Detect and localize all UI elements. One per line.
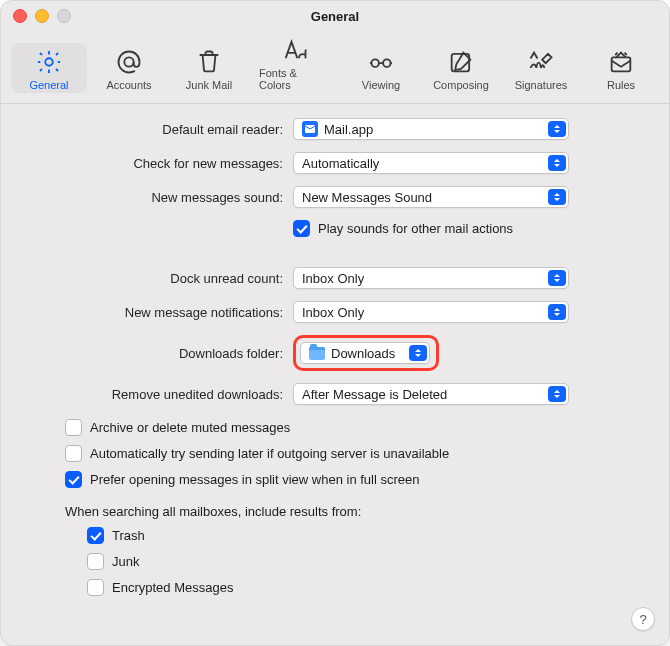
preferences-toolbar: General Accounts Junk Mail Fonts & Color… (1, 31, 669, 104)
checkbox-retry-sending[interactable]: Automatically try sending later if outgo… (65, 445, 647, 462)
checkbox-archive-muted[interactable]: Archive or delete muted messages (65, 419, 647, 436)
checkbox-search-trash[interactable]: Trash (87, 527, 647, 544)
checkbox-label: Prefer opening messages in split view wh… (90, 472, 420, 487)
label-dock-unread: Dock unread count: (170, 271, 283, 286)
checkbox-label: Play sounds for other mail actions (318, 221, 513, 236)
select-default-reader[interactable]: Mail.app (293, 118, 569, 140)
titlebar: General (1, 1, 669, 31)
select-value: After Message is Deleted (302, 387, 447, 402)
chevron-updown-icon (548, 155, 566, 171)
chevron-updown-icon (409, 345, 427, 361)
settings-content: Default email reader: Mail.app Check for… (1, 104, 669, 614)
label-downloads-folder: Downloads folder: (179, 346, 283, 361)
chevron-updown-icon (548, 304, 566, 320)
checkbox-box (87, 553, 104, 570)
chevron-updown-icon (548, 189, 566, 205)
glasses-icon (366, 47, 396, 77)
svg-rect-5 (612, 57, 631, 71)
compose-icon (446, 47, 476, 77)
at-icon (114, 47, 144, 77)
minimize-window-button[interactable] (35, 9, 49, 23)
checkbox-group-search: Trash Junk Encrypted Messages (87, 527, 647, 596)
checkbox-search-encrypted[interactable]: Encrypted Messages (87, 579, 647, 596)
checkbox-box (87, 579, 104, 596)
preferences-window: General General Accounts Junk Mail Fonts… (0, 0, 670, 646)
chevron-updown-icon (548, 121, 566, 137)
checkbox-box (293, 220, 310, 237)
tab-general[interactable]: General (11, 43, 87, 93)
checkbox-box (65, 471, 82, 488)
settings-form: Default email reader: Mail.app Check for… (23, 118, 647, 405)
checkbox-label: Encrypted Messages (112, 580, 233, 595)
select-new-msg-notifications[interactable]: Inbox Only (293, 301, 569, 323)
tab-fonts-colors[interactable]: Fonts & Colors (251, 31, 339, 93)
checkbox-label: Trash (112, 528, 145, 543)
tab-label: Junk Mail (186, 79, 232, 91)
checkbox-box (65, 445, 82, 462)
checkbox-box (87, 527, 104, 544)
gear-icon (34, 47, 64, 77)
tab-label: Signatures (515, 79, 568, 91)
tab-composing[interactable]: Composing (423, 43, 499, 93)
checkbox-search-junk[interactable]: Junk (87, 553, 647, 570)
close-window-button[interactable] (13, 9, 27, 23)
tab-rules[interactable]: Rules (583, 43, 659, 93)
tab-viewing[interactable]: Viewing (343, 43, 419, 93)
label-new-msg-notifications: New message notifications: (125, 305, 283, 320)
zoom-window-button[interactable] (57, 9, 71, 23)
signature-icon (526, 47, 556, 77)
tab-accounts[interactable]: Accounts (91, 43, 167, 93)
checkbox-label: Automatically try sending later if outgo… (90, 446, 449, 461)
trash-icon (194, 47, 224, 77)
select-dock-unread[interactable]: Inbox Only (293, 267, 569, 289)
checkbox-play-sounds[interactable]: Play sounds for other mail actions (293, 220, 603, 237)
select-remove-unedited[interactable]: After Message is Deleted (293, 383, 569, 405)
mail-app-icon (302, 121, 318, 137)
checkbox-box (65, 419, 82, 436)
select-downloads-folder[interactable]: Downloads (300, 342, 430, 364)
select-value: Automatically (302, 156, 379, 171)
svg-point-0 (45, 58, 52, 65)
checkbox-label: Archive or delete muted messages (90, 420, 290, 435)
tab-label: Viewing (362, 79, 400, 91)
label-search-heading: When searching all mailboxes, include re… (65, 504, 647, 519)
tab-label: Accounts (106, 79, 151, 91)
tab-junk-mail[interactable]: Junk Mail (171, 43, 247, 93)
label-remove-unedited: Remove unedited downloads: (112, 387, 283, 402)
rules-icon (606, 47, 636, 77)
svg-point-2 (371, 59, 378, 66)
select-value: Downloads (331, 346, 395, 361)
select-check-messages[interactable]: Automatically (293, 152, 569, 174)
select-value: Inbox Only (302, 305, 364, 320)
select-value: New Messages Sound (302, 190, 432, 205)
tab-label: Composing (433, 79, 489, 91)
label-check-messages: Check for new messages: (133, 156, 283, 171)
checkbox-split-view[interactable]: Prefer opening messages in split view wh… (65, 471, 647, 488)
label-default-reader: Default email reader: (162, 122, 283, 137)
svg-point-1 (124, 57, 133, 66)
chevron-updown-icon (548, 270, 566, 286)
svg-point-3 (383, 59, 390, 66)
highlight-downloads-folder: Downloads (293, 335, 439, 371)
window-title: General (311, 9, 359, 24)
checkbox-group-general: Archive or delete muted messages Automat… (65, 419, 647, 488)
help-button[interactable]: ? (631, 607, 655, 631)
label-new-messages-sound: New messages sound: (151, 190, 283, 205)
select-value: Inbox Only (302, 271, 364, 286)
checkbox-label: Junk (112, 554, 139, 569)
chevron-updown-icon (548, 386, 566, 402)
tab-label: Rules (607, 79, 635, 91)
select-value: Mail.app (324, 122, 373, 137)
select-new-messages-sound[interactable]: New Messages Sound (293, 186, 569, 208)
window-controls (13, 9, 71, 23)
tab-label: General (29, 79, 68, 91)
folder-icon (309, 347, 325, 360)
tab-signatures[interactable]: Signatures (503, 43, 579, 93)
tab-label: Fonts & Colors (259, 67, 331, 91)
font-icon (280, 35, 310, 65)
